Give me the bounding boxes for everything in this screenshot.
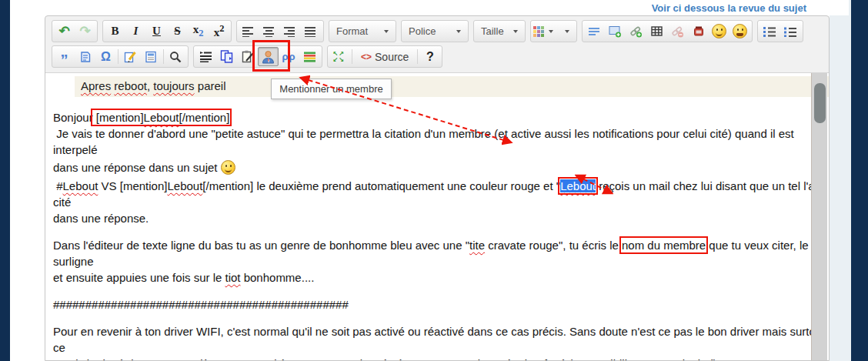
undo-button[interactable]: ↶ bbox=[54, 22, 75, 41]
italic-icon: I bbox=[134, 25, 139, 38]
omega-icon: Ω bbox=[101, 50, 111, 64]
pencil-icon bbox=[124, 51, 137, 63]
top-bar: Voir ci dessous la revue du sujet bbox=[10, 0, 849, 15]
text-line: et ensuite appuies une fois sur le tiot … bbox=[45, 269, 829, 286]
page-right-gutter bbox=[830, 0, 851, 361]
text-run: toujours bbox=[153, 79, 194, 92]
subscript-button[interactable]: x2 bbox=[188, 22, 209, 41]
smiley-icon bbox=[221, 160, 235, 175]
help-button[interactable]: ? bbox=[419, 47, 440, 66]
text-line: Dans l'éditeur de texte ligne du bas tu … bbox=[45, 237, 829, 269]
editor-scrollbar[interactable] bbox=[811, 73, 827, 360]
list-group bbox=[757, 20, 803, 42]
insert-image-button[interactable] bbox=[605, 22, 626, 41]
insert-media-button[interactable] bbox=[688, 22, 709, 41]
paste-button[interactable] bbox=[237, 47, 258, 66]
underline-button[interactable]: U bbox=[146, 22, 167, 41]
strike-button[interactable]: S bbox=[167, 22, 188, 41]
maximize-button[interactable]: ↖↗↙↘ bbox=[329, 47, 350, 66]
redo-button[interactable]: ↷ bbox=[75, 22, 95, 41]
align-justify-button[interactable] bbox=[301, 22, 322, 41]
clipboard-icon bbox=[241, 50, 255, 63]
font-select[interactable]: Police bbox=[403, 25, 466, 37]
mention-tooltip: Mentionner un membre bbox=[271, 79, 392, 99]
highlight-button[interactable] bbox=[584, 22, 605, 41]
text-line: dans une réponse dans un sujet bbox=[45, 158, 829, 178]
scrollbar-thumb[interactable] bbox=[814, 83, 826, 123]
page-right-border bbox=[851, 0, 868, 361]
special-char-button[interactable]: Ω bbox=[95, 47, 116, 66]
tools-group: ↖↗↙↘ <>Source ? bbox=[327, 45, 442, 68]
text-run: ) bbox=[713, 357, 717, 360]
divider bbox=[118, 49, 119, 64]
text-run: Apres bbox=[81, 79, 111, 92]
insert-link-button[interactable] bbox=[626, 22, 646, 41]
topic-review-link[interactable]: Voir ci dessous la revue du sujet bbox=[652, 2, 806, 14]
align-right-button[interactable] bbox=[280, 22, 301, 41]
text-run: tiot bbox=[225, 271, 240, 284]
toolbar-row-1: ↶ ↷ B I U S x2 x2 Format Police bbox=[49, 18, 825, 44]
bullet-list-icon bbox=[784, 26, 797, 37]
size-select-group: Taille bbox=[473, 20, 526, 42]
source-button[interactable]: <>Source bbox=[354, 47, 416, 66]
align-left-button[interactable] bbox=[239, 22, 259, 41]
editor-content[interactable]: Apres reboot, toujours pareilBonjour [me… bbox=[45, 72, 829, 360]
maximize-icon: ↖↗↙↘ bbox=[333, 51, 347, 63]
bg-color-button[interactable] bbox=[554, 22, 575, 41]
superscript-button[interactable]: x2 bbox=[209, 22, 229, 41]
smiley-button[interactable] bbox=[709, 22, 729, 41]
text-run: cravate rouge", tu écris le bbox=[485, 239, 622, 252]
chevron-down-icon bbox=[513, 30, 518, 33]
quote-button[interactable]: ” bbox=[54, 47, 75, 66]
format-select[interactable]: Format bbox=[331, 25, 394, 37]
copy-button[interactable] bbox=[216, 47, 237, 66]
undo-icon: ↶ bbox=[58, 23, 69, 39]
bold-button[interactable]: B bbox=[105, 22, 125, 41]
search-button[interactable] bbox=[165, 47, 186, 66]
mention-member-button[interactable] bbox=[258, 47, 279, 66]
text-run: étatit bbox=[506, 357, 531, 360]
insert-table-button[interactable] bbox=[646, 22, 667, 41]
text-color-button[interactable] bbox=[532, 22, 554, 41]
table-icon bbox=[651, 26, 663, 37]
image-icon bbox=[609, 25, 622, 38]
chevron-down-icon bbox=[565, 30, 569, 33]
ordered-list-icon bbox=[763, 26, 776, 37]
grin-smiley-button[interactable] bbox=[729, 22, 750, 41]
text-run: ########################################… bbox=[53, 298, 349, 311]
align-center-button[interactable] bbox=[259, 22, 280, 41]
size-select[interactable]: Taille bbox=[476, 25, 523, 37]
ordered-list-button[interactable] bbox=[760, 22, 780, 41]
bullet-list-button[interactable] bbox=[780, 22, 801, 41]
text-run: Broadcom bbox=[449, 357, 502, 360]
unlink-button[interactable] bbox=[667, 22, 688, 41]
smile-icon bbox=[712, 24, 726, 38]
align-justify-icon bbox=[305, 26, 318, 37]
bbcode-button[interactable] bbox=[75, 47, 95, 66]
text-line: Bonjour [mention]Lebout[/mention] bbox=[45, 109, 829, 125]
doc-icon bbox=[145, 51, 158, 63]
list-lines-icon bbox=[199, 51, 212, 62]
text-run: que j'ai relevé dans tes première captur… bbox=[53, 357, 449, 360]
text-run: [mention]Lebout[/mention] bbox=[93, 111, 230, 124]
align-left-icon bbox=[242, 26, 255, 37]
insert-group bbox=[582, 20, 753, 42]
stripes-icon bbox=[304, 52, 316, 62]
spoiler-button[interactable] bbox=[299, 47, 320, 66]
edit-draft-button[interactable] bbox=[120, 47, 141, 66]
text-run: compatibility bbox=[573, 357, 636, 360]
chevron-down-icon bbox=[384, 30, 389, 33]
text-run: Pour en revenir à ton driver WIFI, c'est… bbox=[53, 325, 828, 354]
text-run: , bbox=[147, 79, 153, 92]
scroll-icon bbox=[78, 51, 92, 63]
text-run: [/mention] bbox=[179, 111, 229, 124]
list-block-button[interactable] bbox=[195, 47, 216, 66]
page-left-border bbox=[0, 0, 10, 361]
text-run: Lebout bbox=[63, 179, 98, 192]
redo-icon: ↷ bbox=[79, 23, 90, 39]
bold-icon: B bbox=[111, 25, 119, 38]
text-run: [/mention] le deuxième prend automatique… bbox=[202, 179, 560, 192]
italic-button[interactable]: I bbox=[125, 22, 146, 41]
document-button[interactable] bbox=[141, 47, 162, 66]
cite-button[interactable]: ρρ bbox=[279, 47, 299, 66]
